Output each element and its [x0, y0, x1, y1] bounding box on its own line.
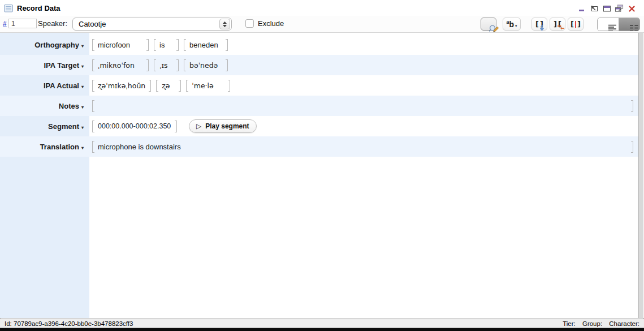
group-field[interactable]: ˌɪs	[154, 59, 179, 71]
exclude-label: Exclude	[258, 19, 284, 28]
view-mode-toggle	[597, 18, 640, 31]
record-id-status: Id: 70789ac9-a396-4c20-bb0e-3b478823cff3	[5, 320, 133, 327]
play-segment-button[interactable]: ▷ Play segment	[189, 119, 257, 133]
group-field[interactable]: bəˈnedə	[184, 59, 228, 71]
menu-caret-icon: ▾	[515, 24, 517, 28]
flat-tier-view-button[interactable]	[598, 18, 619, 31]
group-field[interactable]: ʐəˈmɪkəˌhoŭn	[92, 80, 151, 92]
combo-stepper-icon	[219, 19, 230, 29]
play-segment-label: Play segment	[205, 122, 249, 130]
notes-field[interactable]	[92, 100, 633, 112]
tier-label[interactable]: Notes ▾	[0, 96, 89, 116]
group-field[interactable]: microfoon	[92, 39, 149, 51]
insert-group-button[interactable]: [ ]	[531, 18, 547, 31]
record-data-window: Record Data	[0, 0, 644, 331]
group-field[interactable]: beneden	[184, 39, 228, 51]
title-bar: Record Data	[0, 0, 644, 16]
status-bar: Id: 70789ac9-a396-4c20-bb0e-3b478823cff3…	[0, 319, 644, 328]
dock-window-icon[interactable]	[590, 3, 599, 12]
aligned-groups-view-button[interactable]	[619, 18, 640, 31]
bracket-open-glyph: [	[535, 20, 539, 28]
tier-caret-icon: ▾	[81, 44, 84, 49]
tier-label[interactable]: IPA Target ▾	[0, 55, 89, 75]
tier-row-orthography: Orthography ▾ microfoon is beneden	[0, 35, 638, 55]
tier-row-ipa-actual: IPA Actual ▾ ʐəˈmɪkəˌhoŭn ʐə ˈme·lə	[0, 75, 638, 96]
right-edge-strip	[638, 33, 643, 318]
record-data-icon	[4, 5, 13, 12]
group-field[interactable]: is	[154, 39, 179, 51]
tier-label[interactable]: Translation ▾	[0, 136, 89, 157]
font-menu-button[interactable]: a b ▾	[503, 18, 521, 31]
tier-label-text: Notes	[59, 102, 79, 110]
window-title: Record Data	[17, 4, 60, 12]
minimize-button[interactable]	[577, 3, 586, 12]
font-letter-big: b	[509, 20, 514, 29]
speaker-label: Speaker:	[38, 19, 67, 28]
close-button[interactable]	[627, 3, 636, 12]
tier-caret-icon: ▾	[81, 64, 84, 69]
tier-row-ipa-target: IPA Target ▾ ˌmikʀoˈfon ˌɪs bəˈnedə	[0, 55, 638, 75]
window-controls	[577, 3, 636, 12]
tier-caret-icon: ▾	[81, 145, 84, 151]
status-group-label: Group:	[582, 320, 602, 327]
split-group-button[interactable]: [ ]	[568, 18, 584, 31]
translation-field[interactable]: microphone is downstairs	[92, 140, 633, 153]
record-number-input[interactable]	[8, 19, 37, 28]
tier-row-notes: Notes ▾	[0, 96, 638, 116]
speaker-select[interactable]: Catootje	[72, 18, 232, 31]
restore-float-button[interactable]	[615, 3, 624, 12]
status-character-label: Character:	[609, 320, 639, 327]
tier-label-text: Orthography	[34, 41, 79, 49]
split-dashed-line-icon	[575, 21, 576, 28]
bracket-close-glyph: ]	[554, 20, 557, 28]
segment-time-field[interactable]: 000:00.000-000:02.350	[92, 121, 177, 132]
tier-label[interactable]: Orthography ▾	[0, 35, 89, 55]
tier-label[interactable]: Segment ▾	[0, 116, 89, 136]
status-tier-label: Tier:	[563, 320, 576, 327]
tier-label-text: IPA Actual	[44, 81, 79, 90]
group-field[interactable]: ˈme·lə	[186, 80, 230, 92]
play-icon: ▷	[196, 122, 201, 130]
bracket-close-glyph: ]	[577, 20, 581, 28]
record-toolbar: # Speaker: Catootje Exclude	[0, 16, 644, 33]
tier-label-text: Translation	[40, 143, 79, 151]
tier-label[interactable]: IPA Actual ▾	[0, 75, 89, 96]
tier-label-text: IPA Target	[44, 61, 79, 70]
find-replace-button[interactable]	[481, 18, 496, 31]
tier-caret-icon: ▾	[81, 125, 84, 130]
cursor-position-status: Tier: Group: Character:	[557, 320, 639, 327]
tier-row-segment: Segment ▾ 000:00.000-000:02.350 ▷ Play s…	[0, 116, 638, 136]
maximize-button[interactable]	[602, 3, 611, 12]
record-editor-panel: Orthography ▾ microfoon is beneden IPA T…	[0, 33, 644, 318]
merge-groups-button[interactable]: ] [	[550, 18, 565, 31]
speaker-selected-value: Catootje	[79, 20, 219, 28]
group-field[interactable]: ˌmikʀoˈfon	[92, 59, 149, 71]
bracket-open-glyph: [	[570, 20, 574, 28]
exclude-checkbox[interactable]	[245, 19, 254, 28]
tier-caret-icon: ▾	[81, 105, 84, 110]
group-field[interactable]: ʐə	[156, 80, 181, 92]
bottom-black-strip	[0, 328, 644, 331]
tier-row-translation: Translation ▾ microphone is downstairs	[0, 136, 638, 157]
tier-caret-icon: ▾	[81, 84, 84, 89]
record-number-link[interactable]: #	[3, 20, 7, 28]
tier-label-text: Segment	[48, 122, 79, 131]
